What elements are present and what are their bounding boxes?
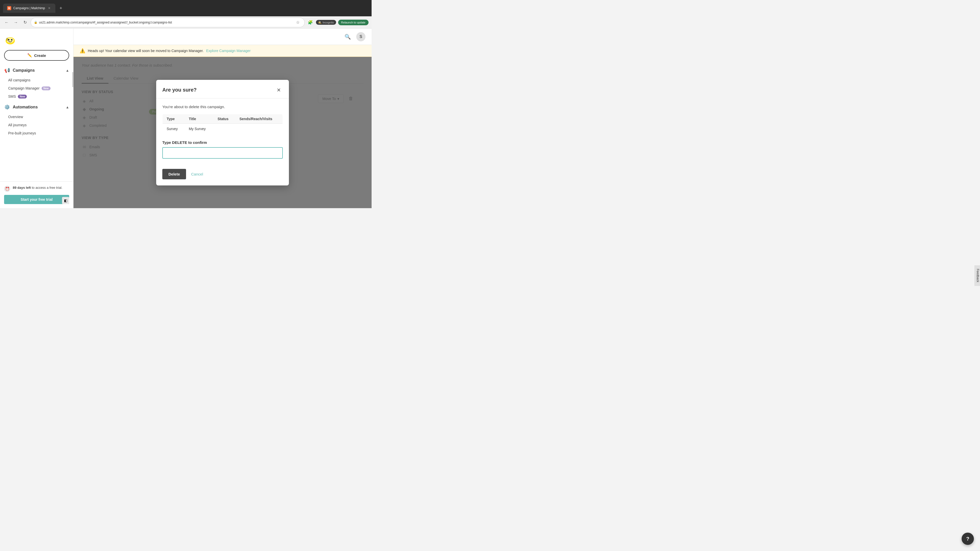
modal-title: Are you sure? <box>162 87 197 93</box>
automations-section: ⚙️ Automations ▲ Overview All journeys P… <box>0 102 73 137</box>
sidebar-item-all-campaigns[interactable]: All campaigns <box>4 76 73 84</box>
campaigns-section: 📢 Campaigns ▲ All campaigns Campaign Man… <box>0 65 73 100</box>
relaunch-button[interactable]: Relaunch to update <box>338 20 369 25</box>
automations-nav-header[interactable]: ⚙️ Automations ▲ <box>0 102 73 113</box>
collapse-icon: ◧ <box>64 198 67 203</box>
all-journeys-label: All journeys <box>8 123 27 127</box>
sidebar-nav: 📢 Campaigns ▲ All campaigns Campaign Man… <box>0 63 73 181</box>
incognito-icon: 🕵 <box>318 21 321 24</box>
svg-point-3 <box>11 39 13 41</box>
campaigns-sub-items: All campaigns Campaign Manager New SMS N… <box>0 76 73 100</box>
cancel-link[interactable]: Cancel <box>191 172 203 176</box>
cell-type: Survey <box>162 124 185 134</box>
app-container: ✏️ Create 📢 Campaigns ▲ All campaigns Ca… <box>0 29 372 208</box>
svg-point-4 <box>6 38 8 41</box>
campaigns-label: Campaigns <box>13 68 35 73</box>
automations-sub-items: Overview All journeys Pre-built journeys <box>0 113 73 137</box>
pencil-icon: ✏️ <box>27 53 32 58</box>
navigation-bar: ← → ↻ 🔒 us21.admin.mailchimp.com/campaig… <box>0 16 372 29</box>
sidebar: ✏️ Create 📢 Campaigns ▲ All campaigns Ca… <box>0 29 73 208</box>
mailchimp-logo <box>4 34 16 46</box>
search-button[interactable]: 🔍 <box>343 32 352 41</box>
automations-chevron-icon: ▲ <box>65 105 69 109</box>
address-bar[interactable]: 🔒 us21.admin.mailchimp.com/campaigns/#f_… <box>30 17 305 27</box>
main-content: 🔍 S ⚠️ Heads up! Your calendar view will… <box>73 29 372 208</box>
tab-favicon: M <box>7 6 11 10</box>
notification-message: Heads up! Your calendar view will soon b… <box>88 49 204 53</box>
lock-icon: 🔒 <box>34 21 38 24</box>
sms-badge: New <box>18 95 27 98</box>
trial-suffix: to access a free trial. <box>32 186 62 189</box>
incognito-label: Incognito <box>323 21 334 24</box>
modal-footer: Delete Cancel <box>156 165 289 186</box>
modal-description: You're about to delete this campaign. <box>162 105 283 109</box>
campaigns-nav-header[interactable]: 📢 Campaigns ▲ <box>0 65 73 76</box>
sidebar-header <box>0 29 73 48</box>
explore-campaign-manager-link[interactable]: Explore Campaign Manager <box>206 49 251 53</box>
search-icon: 🔍 <box>345 34 351 40</box>
table-row: Survey My Survey <box>162 124 283 134</box>
sidebar-item-overview[interactable]: Overview <box>4 113 73 121</box>
svg-point-2 <box>8 39 10 41</box>
trial-text: 89 days left to access a free trial. <box>13 186 62 189</box>
campaign-manager-badge: New <box>41 86 51 90</box>
avatar[interactable]: S <box>356 32 366 41</box>
url-text: us21.admin.mailchimp.com/campaigns/#f_as… <box>39 21 293 24</box>
column-title: Title <box>185 114 213 124</box>
trial-info: ⏰ 89 days left to access a free trial. <box>4 186 69 192</box>
modal-header: Are you sure? ✕ <box>156 80 289 98</box>
modal-close-button[interactable]: ✕ <box>275 86 283 94</box>
sidebar-item-all-journeys[interactable]: All journeys <box>4 121 73 129</box>
sidebar-scrollbar <box>72 72 73 87</box>
cell-title: My Survey <box>185 124 213 134</box>
sidebar-item-campaign-manager[interactable]: Campaign Manager New <box>4 84 73 92</box>
notification-banner: ⚠️ Heads up! Your calendar view will soo… <box>73 45 372 57</box>
tab-close-button[interactable]: ✕ <box>47 6 51 10</box>
column-status: Status <box>213 114 235 124</box>
modal-campaign-table: Type Title Status Sends/Reach/Visits Sur… <box>162 114 283 134</box>
back-button[interactable]: ← <box>3 19 10 26</box>
trial-days: 89 days left <box>13 186 31 189</box>
sms-label: SMS <box>8 94 16 98</box>
confirm-label: Type DELETE to confirm <box>162 140 283 144</box>
browser-chrome: M Campaigns | Mailchimp ✕ + <box>0 0 372 16</box>
start-trial-button[interactable]: Start your free trial <box>4 195 69 204</box>
new-tab-button[interactable]: + <box>57 5 65 12</box>
automations-label: Automations <box>13 105 38 110</box>
nav-right-controls: 🧩 🕵 Incognito Relaunch to update <box>307 19 369 26</box>
campaigns-icon: 📢 <box>4 67 10 73</box>
sidebar-item-sms[interactable]: SMS New <box>4 92 73 100</box>
confirm-delete-input[interactable] <box>162 147 283 159</box>
pre-built-journeys-label: Pre-built journeys <box>8 131 36 135</box>
modal-table-header-row: Type Title Status Sends/Reach/Visits <box>162 114 283 124</box>
incognito-badge: 🕵 Incognito <box>316 20 336 25</box>
tab-title: Campaigns | Mailchimp <box>13 6 45 10</box>
campaigns-chevron-icon: ▲ <box>65 68 69 73</box>
sidebar-item-pre-built-journeys[interactable]: Pre-built journeys <box>4 129 73 137</box>
delete-confirm-modal: Are you sure? ✕ You're about to delete t… <box>156 80 289 186</box>
column-type: Type <box>162 114 185 124</box>
column-sends: Sends/Reach/Visits <box>235 114 283 124</box>
modal-body: You're about to delete this campaign. Ty… <box>156 98 289 165</box>
trial-clock-icon: ⏰ <box>4 186 10 192</box>
all-campaigns-label: All campaigns <box>8 78 30 82</box>
top-bar: 🔍 S <box>73 29 372 45</box>
overview-label: Overview <box>8 115 23 119</box>
extensions-button[interactable]: 🧩 <box>307 19 314 26</box>
bookmark-button[interactable]: ☆ <box>294 19 301 26</box>
page-content: Your audience has 1 contact. For those i… <box>73 57 372 208</box>
sidebar-footer: ⏰ 89 days left to access a free trial. S… <box>0 181 73 208</box>
forward-button[interactable]: → <box>12 19 19 26</box>
confirm-delete-button[interactable]: Delete <box>162 169 186 179</box>
campaign-manager-label: Campaign Manager <box>8 86 40 90</box>
create-label: Create <box>34 53 46 58</box>
cell-status <box>213 124 235 134</box>
browser-tab[interactable]: M Campaigns | Mailchimp ✕ <box>3 3 56 13</box>
notification-icon: ⚠️ <box>80 48 85 54</box>
refresh-button[interactable]: ↻ <box>21 19 29 26</box>
cell-sends <box>235 124 283 134</box>
modal-overlay: Are you sure? ✕ You're about to delete t… <box>73 57 372 208</box>
sidebar-collapse-button[interactable]: ◧ <box>62 197 69 204</box>
create-button[interactable]: ✏️ Create <box>4 50 69 61</box>
automations-icon: ⚙️ <box>4 104 10 110</box>
